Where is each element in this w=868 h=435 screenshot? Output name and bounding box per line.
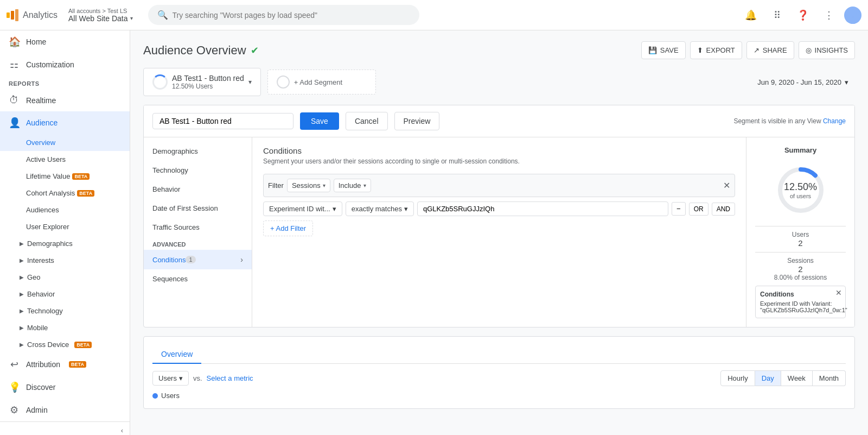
seg-save-button[interactable]: Save bbox=[300, 112, 339, 130]
seg-nav-technology-label: Technology bbox=[152, 166, 188, 174]
sidebar-sub-item-overview[interactable]: Overview bbox=[0, 134, 130, 151]
search-bar[interactable]: 🔍 bbox=[148, 5, 419, 25]
search-input[interactable] bbox=[173, 11, 410, 20]
conditions-panel: Conditions Segment your users and/or the… bbox=[252, 137, 746, 327]
save-label: SAVE bbox=[660, 46, 679, 54]
export-icon: ⬆ bbox=[697, 46, 703, 54]
cohort-beta: BETA bbox=[77, 190, 94, 197]
users-value: 2 bbox=[755, 238, 846, 248]
sidebar-sub-item-user-explorer[interactable]: User Explorer bbox=[0, 218, 130, 235]
summary-conditions-close-button[interactable]: ✕ bbox=[835, 288, 842, 297]
account-name[interactable]: All Web Site Data ▾ bbox=[68, 14, 132, 23]
metric-arrow-icon: ▾ bbox=[179, 374, 183, 382]
svg-point-1 bbox=[846, 17, 859, 24]
add-segment-chip[interactable]: + Add Segment bbox=[267, 70, 376, 94]
hourly-button[interactable]: Hourly bbox=[720, 370, 755, 386]
sidebar-sub-item-audiences[interactable]: Audiences bbox=[0, 201, 130, 218]
day-button[interactable]: Day bbox=[755, 370, 781, 386]
exactly-matches-arrow-icon: ▾ bbox=[404, 205, 408, 213]
sidebar-collapse-button[interactable]: ‹ bbox=[0, 421, 130, 435]
segment-name-input[interactable] bbox=[152, 113, 293, 129]
filter-value-input[interactable] bbox=[417, 201, 668, 216]
sidebar-expandable-interests[interactable]: ▶ Interests bbox=[0, 252, 130, 269]
seg-nav-sequences[interactable]: Sequences bbox=[144, 269, 252, 288]
conditions-title: Conditions bbox=[263, 146, 735, 155]
date-range-button[interactable]: Jun 9, 2020 - Jun 15, 2020 ▾ bbox=[751, 74, 855, 91]
sidebar-item-realtime[interactable]: ⏱ Realtime bbox=[0, 89, 130, 111]
sidebar-item-customization[interactable]: ⚏ Customization bbox=[0, 53, 130, 76]
share-button[interactable]: ↗ SHARE bbox=[746, 41, 794, 59]
filter-type-dropdown[interactable]: Sessions ▾ bbox=[287, 179, 330, 192]
sidebar-sub-item-active-users[interactable]: Active Users bbox=[0, 151, 130, 168]
insights-button[interactable]: ◎ INSIGHTS bbox=[799, 41, 855, 59]
save-icon: 💾 bbox=[648, 46, 657, 54]
notifications-button[interactable]: 🔔 bbox=[740, 4, 762, 26]
sidebar-expandable-behavior[interactable]: ▶ Behavior bbox=[0, 286, 130, 302]
filter-include-dropdown[interactable]: Include ▾ bbox=[334, 179, 371, 192]
seg-nav-traffic-sources-label: Traffic Sources bbox=[152, 223, 200, 231]
sidebar-item-admin[interactable]: ⚙ Admin bbox=[0, 399, 130, 421]
sidebar-item-attribution[interactable]: ↩ AttributionBETA bbox=[0, 353, 130, 376]
seg-nav-technology[interactable]: Technology bbox=[144, 161, 252, 180]
sidebar-item-audience[interactable]: 👤 Audience bbox=[0, 111, 130, 134]
seg-nav-demographics[interactable]: Demographics bbox=[144, 142, 252, 161]
filter-label: Filter bbox=[268, 181, 284, 190]
seg-cancel-button[interactable]: Cancel bbox=[346, 112, 388, 130]
seg-nav-behavior[interactable]: Behavior bbox=[144, 180, 252, 199]
segment-chip[interactable]: AB Test1 - Button red 12.50% Users ▾ bbox=[143, 68, 261, 96]
sidebar-expandable-cross-device[interactable]: ▶ Cross DeviceBETA bbox=[0, 336, 130, 353]
metric-dropdown[interactable]: Users ▾ bbox=[152, 371, 189, 386]
seg-nav-traffic-sources[interactable]: Traffic Sources bbox=[144, 218, 252, 237]
select-metric-link[interactable]: Select a metric bbox=[207, 374, 253, 382]
sidebar-demographics-label: Demographics bbox=[27, 239, 73, 248]
add-filter-button[interactable]: + Add Filter bbox=[263, 220, 313, 236]
filter-and-button[interactable]: AND bbox=[712, 203, 735, 216]
segment-pct: 12.50% Users bbox=[172, 83, 244, 90]
user-avatar[interactable] bbox=[844, 7, 861, 24]
sidebar-sub-item-cohort[interactable]: Cohort AnalysisBETA bbox=[0, 185, 130, 201]
export-button[interactable]: ⬆ EXPORT bbox=[690, 41, 742, 59]
sidebar-item-discover[interactable]: 💡 Discover bbox=[0, 376, 130, 399]
save-button[interactable]: 💾 SAVE bbox=[641, 41, 686, 59]
technology-chevron-icon: ▶ bbox=[20, 308, 24, 314]
sidebar-expandable-geo[interactable]: ▶ Geo bbox=[0, 269, 130, 286]
filter-or-button[interactable]: OR bbox=[689, 203, 709, 216]
apps-button[interactable]: ⠿ bbox=[766, 4, 788, 26]
summary-conditions-title: Conditions bbox=[760, 291, 841, 298]
seg-nav-date-first-session[interactable]: Date of First Session bbox=[144, 199, 252, 218]
attribution-icon: ↩ bbox=[9, 358, 20, 370]
app-name: Analytics bbox=[23, 10, 58, 20]
sidebar-audiences-label: Audiences bbox=[26, 206, 59, 214]
attribution-beta: BETA bbox=[69, 361, 86, 368]
sidebar-discover-label: Discover bbox=[26, 383, 55, 392]
month-button[interactable]: Month bbox=[813, 370, 846, 386]
help-button[interactable]: ❓ bbox=[792, 4, 814, 26]
sidebar-item-home[interactable]: 🏠 Home bbox=[0, 30, 130, 53]
more-button[interactable]: ⋮ bbox=[818, 4, 840, 26]
account-selector[interactable]: All accounts > Test LS All Web Site Data… bbox=[68, 8, 132, 23]
filter-close-button[interactable]: ✕ bbox=[723, 180, 730, 191]
overview-tab[interactable]: Overview bbox=[152, 345, 201, 364]
seg-nav-conditions[interactable]: Conditions 1 › bbox=[144, 250, 252, 269]
sidebar-sub-item-lifetime-value[interactable]: Lifetime ValueBETA bbox=[0, 168, 130, 185]
sidebar-customization-label: Customization bbox=[26, 60, 74, 69]
week-button[interactable]: Week bbox=[781, 370, 813, 386]
collapse-icon: ‹ bbox=[121, 426, 123, 434]
exactly-matches-dropdown[interactable]: exactly matches ▾ bbox=[346, 201, 414, 216]
sidebar-expandable-demographics[interactable]: ▶ Demographics bbox=[0, 235, 130, 252]
sidebar-expandable-technology[interactable]: ▶ Technology bbox=[0, 302, 130, 319]
filter-include-arrow-icon: ▾ bbox=[363, 182, 366, 188]
filter-minus-button[interactable]: − bbox=[672, 202, 686, 216]
sidebar-technology-label: Technology bbox=[27, 307, 63, 315]
demographics-chevron-icon: ▶ bbox=[20, 241, 24, 247]
date-range-text: Jun 9, 2020 - Jun 15, 2020 bbox=[757, 78, 841, 86]
seg-left-nav: Demographics Technology Behavior Date of… bbox=[144, 137, 252, 327]
sidebar-expandable-mobile[interactable]: ▶ Mobile bbox=[0, 319, 130, 336]
filter-row: Filter Sessions ▾ Include ▾ ✕ bbox=[263, 174, 735, 197]
seg-preview-button[interactable]: Preview bbox=[394, 112, 440, 130]
experiment-field-dropdown[interactable]: Experiment ID wit... ▾ bbox=[263, 201, 342, 216]
header-actions: 💾 SAVE ⬆ EXPORT ↗ SHARE ◎ INSIGHTS bbox=[641, 41, 855, 59]
seg-change-link[interactable]: Change bbox=[823, 117, 846, 125]
experiment-field-label: Experiment ID wit... bbox=[269, 205, 330, 213]
bottom-tabs: Overview bbox=[152, 345, 846, 364]
